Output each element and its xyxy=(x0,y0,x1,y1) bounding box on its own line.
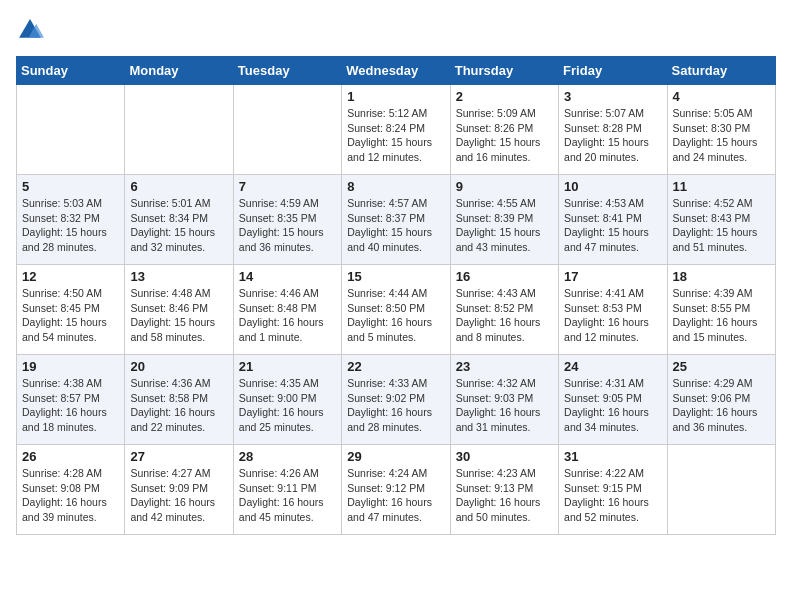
calendar-cell: 6Sunrise: 5:01 AM Sunset: 8:34 PM Daylig… xyxy=(125,175,233,265)
calendar-cell xyxy=(125,85,233,175)
weekday-header-row: SundayMondayTuesdayWednesdayThursdayFrid… xyxy=(17,57,776,85)
day-number: 27 xyxy=(130,449,227,464)
day-number: 14 xyxy=(239,269,336,284)
calendar-cell: 3Sunrise: 5:07 AM Sunset: 8:28 PM Daylig… xyxy=(559,85,667,175)
weekday-header-sunday: Sunday xyxy=(17,57,125,85)
calendar-cell: 4Sunrise: 5:05 AM Sunset: 8:30 PM Daylig… xyxy=(667,85,775,175)
day-info: Sunrise: 5:01 AM Sunset: 8:34 PM Dayligh… xyxy=(130,196,227,255)
day-info: Sunrise: 4:36 AM Sunset: 8:58 PM Dayligh… xyxy=(130,376,227,435)
day-info: Sunrise: 5:05 AM Sunset: 8:30 PM Dayligh… xyxy=(673,106,770,165)
day-number: 7 xyxy=(239,179,336,194)
day-info: Sunrise: 5:12 AM Sunset: 8:24 PM Dayligh… xyxy=(347,106,444,165)
day-number: 12 xyxy=(22,269,119,284)
day-number: 22 xyxy=(347,359,444,374)
day-info: Sunrise: 4:29 AM Sunset: 9:06 PM Dayligh… xyxy=(673,376,770,435)
day-number: 19 xyxy=(22,359,119,374)
weekday-header-saturday: Saturday xyxy=(667,57,775,85)
calendar-cell: 24Sunrise: 4:31 AM Sunset: 9:05 PM Dayli… xyxy=(559,355,667,445)
day-info: Sunrise: 4:26 AM Sunset: 9:11 PM Dayligh… xyxy=(239,466,336,525)
day-number: 13 xyxy=(130,269,227,284)
day-number: 26 xyxy=(22,449,119,464)
day-info: Sunrise: 4:50 AM Sunset: 8:45 PM Dayligh… xyxy=(22,286,119,345)
day-info: Sunrise: 4:24 AM Sunset: 9:12 PM Dayligh… xyxy=(347,466,444,525)
calendar-cell xyxy=(667,445,775,535)
calendar-cell xyxy=(17,85,125,175)
calendar-cell: 29Sunrise: 4:24 AM Sunset: 9:12 PM Dayli… xyxy=(342,445,450,535)
week-row-3: 12Sunrise: 4:50 AM Sunset: 8:45 PM Dayli… xyxy=(17,265,776,355)
day-number: 16 xyxy=(456,269,553,284)
calendar-cell: 26Sunrise: 4:28 AM Sunset: 9:08 PM Dayli… xyxy=(17,445,125,535)
calendar-cell: 12Sunrise: 4:50 AM Sunset: 8:45 PM Dayli… xyxy=(17,265,125,355)
calendar-cell: 18Sunrise: 4:39 AM Sunset: 8:55 PM Dayli… xyxy=(667,265,775,355)
calendar-cell: 10Sunrise: 4:53 AM Sunset: 8:41 PM Dayli… xyxy=(559,175,667,265)
calendar-cell: 11Sunrise: 4:52 AM Sunset: 8:43 PM Dayli… xyxy=(667,175,775,265)
day-info: Sunrise: 4:59 AM Sunset: 8:35 PM Dayligh… xyxy=(239,196,336,255)
day-info: Sunrise: 4:57 AM Sunset: 8:37 PM Dayligh… xyxy=(347,196,444,255)
day-number: 9 xyxy=(456,179,553,194)
day-info: Sunrise: 4:35 AM Sunset: 9:00 PM Dayligh… xyxy=(239,376,336,435)
day-number: 28 xyxy=(239,449,336,464)
weekday-header-tuesday: Tuesday xyxy=(233,57,341,85)
day-info: Sunrise: 4:31 AM Sunset: 9:05 PM Dayligh… xyxy=(564,376,661,435)
day-number: 29 xyxy=(347,449,444,464)
day-number: 17 xyxy=(564,269,661,284)
calendar-cell xyxy=(233,85,341,175)
calendar-cell: 2Sunrise: 5:09 AM Sunset: 8:26 PM Daylig… xyxy=(450,85,558,175)
calendar-cell: 9Sunrise: 4:55 AM Sunset: 8:39 PM Daylig… xyxy=(450,175,558,265)
day-info: Sunrise: 4:22 AM Sunset: 9:15 PM Dayligh… xyxy=(564,466,661,525)
day-info: Sunrise: 4:41 AM Sunset: 8:53 PM Dayligh… xyxy=(564,286,661,345)
day-number: 1 xyxy=(347,89,444,104)
day-number: 2 xyxy=(456,89,553,104)
day-info: Sunrise: 4:52 AM Sunset: 8:43 PM Dayligh… xyxy=(673,196,770,255)
day-info: Sunrise: 4:23 AM Sunset: 9:13 PM Dayligh… xyxy=(456,466,553,525)
day-number: 15 xyxy=(347,269,444,284)
day-number: 25 xyxy=(673,359,770,374)
day-info: Sunrise: 4:53 AM Sunset: 8:41 PM Dayligh… xyxy=(564,196,661,255)
calendar-cell: 13Sunrise: 4:48 AM Sunset: 8:46 PM Dayli… xyxy=(125,265,233,355)
calendar-cell: 19Sunrise: 4:38 AM Sunset: 8:57 PM Dayli… xyxy=(17,355,125,445)
day-info: Sunrise: 4:44 AM Sunset: 8:50 PM Dayligh… xyxy=(347,286,444,345)
day-info: Sunrise: 4:33 AM Sunset: 9:02 PM Dayligh… xyxy=(347,376,444,435)
calendar-cell: 20Sunrise: 4:36 AM Sunset: 8:58 PM Dayli… xyxy=(125,355,233,445)
calendar-cell: 1Sunrise: 5:12 AM Sunset: 8:24 PM Daylig… xyxy=(342,85,450,175)
day-info: Sunrise: 5:03 AM Sunset: 8:32 PM Dayligh… xyxy=(22,196,119,255)
calendar-cell: 25Sunrise: 4:29 AM Sunset: 9:06 PM Dayli… xyxy=(667,355,775,445)
day-info: Sunrise: 4:32 AM Sunset: 9:03 PM Dayligh… xyxy=(456,376,553,435)
day-info: Sunrise: 4:55 AM Sunset: 8:39 PM Dayligh… xyxy=(456,196,553,255)
day-info: Sunrise: 4:39 AM Sunset: 8:55 PM Dayligh… xyxy=(673,286,770,345)
week-row-4: 19Sunrise: 4:38 AM Sunset: 8:57 PM Dayli… xyxy=(17,355,776,445)
day-number: 31 xyxy=(564,449,661,464)
calendar-cell: 16Sunrise: 4:43 AM Sunset: 8:52 PM Dayli… xyxy=(450,265,558,355)
calendar-cell: 17Sunrise: 4:41 AM Sunset: 8:53 PM Dayli… xyxy=(559,265,667,355)
weekday-header-wednesday: Wednesday xyxy=(342,57,450,85)
weekday-header-thursday: Thursday xyxy=(450,57,558,85)
calendar-cell: 5Sunrise: 5:03 AM Sunset: 8:32 PM Daylig… xyxy=(17,175,125,265)
day-info: Sunrise: 4:27 AM Sunset: 9:09 PM Dayligh… xyxy=(130,466,227,525)
calendar-cell: 23Sunrise: 4:32 AM Sunset: 9:03 PM Dayli… xyxy=(450,355,558,445)
day-number: 3 xyxy=(564,89,661,104)
day-number: 5 xyxy=(22,179,119,194)
day-info: Sunrise: 4:28 AM Sunset: 9:08 PM Dayligh… xyxy=(22,466,119,525)
calendar-table: SundayMondayTuesdayWednesdayThursdayFrid… xyxy=(16,56,776,535)
calendar-cell: 7Sunrise: 4:59 AM Sunset: 8:35 PM Daylig… xyxy=(233,175,341,265)
day-number: 6 xyxy=(130,179,227,194)
day-number: 8 xyxy=(347,179,444,194)
day-info: Sunrise: 5:09 AM Sunset: 8:26 PM Dayligh… xyxy=(456,106,553,165)
weekday-header-friday: Friday xyxy=(559,57,667,85)
calendar-cell: 27Sunrise: 4:27 AM Sunset: 9:09 PM Dayli… xyxy=(125,445,233,535)
day-number: 30 xyxy=(456,449,553,464)
day-info: Sunrise: 4:46 AM Sunset: 8:48 PM Dayligh… xyxy=(239,286,336,345)
logo xyxy=(16,16,48,44)
day-number: 10 xyxy=(564,179,661,194)
week-row-5: 26Sunrise: 4:28 AM Sunset: 9:08 PM Dayli… xyxy=(17,445,776,535)
day-number: 18 xyxy=(673,269,770,284)
calendar-cell: 30Sunrise: 4:23 AM Sunset: 9:13 PM Dayli… xyxy=(450,445,558,535)
week-row-1: 1Sunrise: 5:12 AM Sunset: 8:24 PM Daylig… xyxy=(17,85,776,175)
calendar-cell: 28Sunrise: 4:26 AM Sunset: 9:11 PM Dayli… xyxy=(233,445,341,535)
day-number: 11 xyxy=(673,179,770,194)
page-header xyxy=(16,16,776,44)
calendar-cell: 21Sunrise: 4:35 AM Sunset: 9:00 PM Dayli… xyxy=(233,355,341,445)
calendar-cell: 8Sunrise: 4:57 AM Sunset: 8:37 PM Daylig… xyxy=(342,175,450,265)
day-number: 4 xyxy=(673,89,770,104)
day-number: 23 xyxy=(456,359,553,374)
